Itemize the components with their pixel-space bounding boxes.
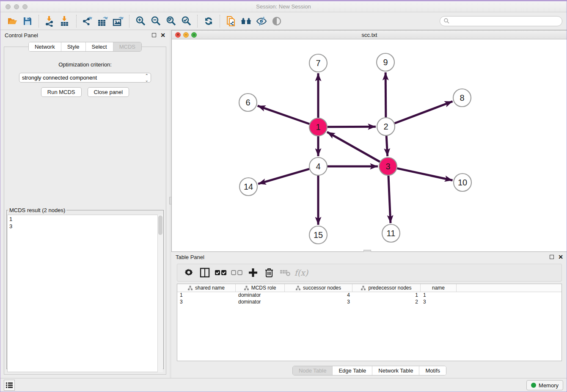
export-image-button[interactable] bbox=[110, 14, 126, 28]
mcds-result-text: 1 3 bbox=[7, 215, 163, 372]
svg-text:4: 4 bbox=[316, 162, 320, 171]
cell-successor-nodes[interactable]: 4 bbox=[285, 292, 352, 299]
node-4[interactable]: 4 bbox=[309, 157, 327, 175]
control-panel: Control Panel ✕ Optimization criterion: … bbox=[0, 30, 170, 378]
column-header-successor-nodes[interactable]: successor nodes bbox=[285, 284, 352, 292]
result-scrollbar[interactable] bbox=[157, 215, 163, 372]
open-session-button[interactable] bbox=[5, 14, 20, 28]
column-header-shared-name[interactable]: shared name bbox=[177, 284, 236, 292]
cell-predecessor-nodes[interactable]: 1 bbox=[352, 292, 421, 299]
cell-MCDS-role[interactable]: dominator bbox=[236, 292, 285, 299]
tab-select[interactable]: Select bbox=[85, 42, 113, 51]
task-history-button[interactable] bbox=[4, 380, 15, 391]
criterion-dropdown[interactable]: strongly connected component ⌃⌄ bbox=[19, 73, 151, 83]
node-3[interactable]: 3 bbox=[379, 157, 397, 175]
hide-panels-button[interactable] bbox=[254, 14, 269, 28]
cell-shared-name[interactable]: 3 bbox=[177, 299, 236, 306]
birds-eye-button[interactable] bbox=[269, 14, 284, 28]
node-9[interactable]: 9 bbox=[377, 53, 394, 71]
edge-2-3[interactable] bbox=[386, 136, 388, 156]
table-settings-button[interactable] bbox=[182, 265, 196, 280]
zoom-selected-button[interactable] bbox=[179, 14, 194, 28]
refresh-icon bbox=[203, 16, 214, 27]
table-row[interactable]: 1dominator411 bbox=[177, 292, 561, 299]
zoom-window-button[interactable] bbox=[22, 4, 28, 9]
tab-motifs[interactable]: Motifs bbox=[419, 366, 446, 375]
import-table-icon bbox=[60, 16, 71, 27]
cell-shared-name[interactable]: 1 bbox=[177, 292, 236, 299]
node-8[interactable]: 8 bbox=[453, 89, 471, 107]
cell-MCDS-role[interactable]: dominator bbox=[236, 299, 285, 306]
cell-predecessor-nodes[interactable]: 2 bbox=[352, 299, 421, 306]
tab-network[interactable]: Network bbox=[29, 42, 61, 51]
edge-2-8[interactable] bbox=[395, 101, 453, 123]
result-scrollbar-thumb[interactable] bbox=[158, 215, 162, 235]
edge-3-1[interactable] bbox=[327, 132, 380, 162]
float-panel-icon[interactable] bbox=[152, 33, 156, 37]
cell-name[interactable]: 1 bbox=[421, 292, 457, 299]
select-all-button[interactable] bbox=[214, 265, 228, 280]
deselect-all-button[interactable] bbox=[230, 265, 244, 280]
edge-3-11[interactable] bbox=[388, 176, 391, 223]
cell-successor-nodes[interactable]: 3 bbox=[285, 299, 352, 306]
zoom-out-button[interactable] bbox=[148, 14, 163, 28]
export-network-button[interactable] bbox=[80, 14, 95, 28]
delete-column-button[interactable] bbox=[262, 265, 276, 280]
close-window-button[interactable] bbox=[6, 4, 11, 9]
node-7[interactable]: 7 bbox=[309, 54, 327, 72]
close-panel-icon[interactable]: ✕ bbox=[160, 33, 165, 37]
minimize-window-button[interactable] bbox=[14, 4, 19, 9]
export-network-icon bbox=[82, 16, 93, 27]
edge-2-9[interactable] bbox=[385, 72, 386, 117]
node-6[interactable]: 6 bbox=[239, 94, 257, 111]
tab-edge-table[interactable]: Edge Table bbox=[332, 366, 372, 375]
zoom-fit-button[interactable] bbox=[163, 14, 179, 28]
edge-1-6[interactable] bbox=[258, 106, 310, 124]
half-circle-icon bbox=[272, 16, 282, 26]
add-column-button[interactable] bbox=[246, 265, 260, 280]
tab-mcds[interactable]: MCDS bbox=[113, 42, 141, 51]
tab-network-table[interactable]: Network Table bbox=[372, 366, 419, 375]
node-1[interactable]: 1 bbox=[309, 118, 327, 136]
refresh-button[interactable] bbox=[201, 14, 216, 28]
zoom-in-button[interactable] bbox=[133, 14, 148, 28]
float-table-panel-icon[interactable] bbox=[550, 255, 554, 259]
import-network-button[interactable] bbox=[42, 14, 58, 28]
cell-name[interactable]: 3 bbox=[421, 299, 457, 306]
mcds-panel-body: Optimization criterion: strongly connect… bbox=[4, 47, 166, 375]
search-input[interactable] bbox=[450, 18, 559, 25]
svg-text:1: 1 bbox=[316, 122, 320, 132]
export-table-button[interactable] bbox=[95, 14, 110, 28]
node-14[interactable]: 14 bbox=[239, 178, 257, 196]
function-builder-button[interactable]: f(x) bbox=[294, 265, 308, 280]
control-panel-title: Control Panel bbox=[5, 32, 38, 39]
column-header-name[interactable]: name bbox=[421, 284, 457, 292]
clone-network-button[interactable] bbox=[223, 14, 239, 28]
table-row[interactable]: 3dominator323 bbox=[177, 299, 561, 306]
node-15[interactable]: 15 bbox=[309, 226, 327, 244]
network-canvas[interactable]: 7968124314101511 bbox=[172, 39, 567, 251]
svg-text:14: 14 bbox=[244, 182, 253, 191]
edge-3-10[interactable] bbox=[397, 168, 453, 180]
memory-button[interactable]: Memory bbox=[526, 380, 563, 390]
edge-1-2[interactable] bbox=[328, 127, 376, 127]
node-11[interactable]: 11 bbox=[382, 224, 400, 242]
svg-text:15: 15 bbox=[314, 230, 323, 240]
run-mcds-button[interactable]: Run MCDS bbox=[41, 87, 82, 97]
column-header-MCDS-role[interactable]: MCDS role bbox=[236, 284, 285, 292]
tab-style[interactable]: Style bbox=[61, 42, 85, 51]
split-column-button[interactable] bbox=[198, 265, 212, 280]
tab-node-table[interactable]: Node Table bbox=[293, 366, 333, 375]
search-box[interactable] bbox=[440, 16, 562, 26]
node-2[interactable]: 2 bbox=[377, 118, 395, 135]
network-overview-button[interactable] bbox=[239, 14, 254, 28]
save-session-button[interactable] bbox=[20, 14, 35, 28]
import-table-button[interactable] bbox=[58, 14, 73, 28]
network-window: ✕ − ＋ scc.txt 7968124314101511 bbox=[171, 30, 567, 252]
edge-4-14[interactable] bbox=[258, 169, 309, 184]
close-panel-button[interactable]: Close panel bbox=[88, 87, 129, 97]
column-header-predecessor-nodes[interactable]: predecessor nodes bbox=[352, 284, 421, 292]
delete-table-button[interactable] bbox=[278, 265, 292, 280]
close-table-panel-icon[interactable]: ✕ bbox=[558, 255, 563, 259]
node-10[interactable]: 10 bbox=[454, 174, 471, 191]
